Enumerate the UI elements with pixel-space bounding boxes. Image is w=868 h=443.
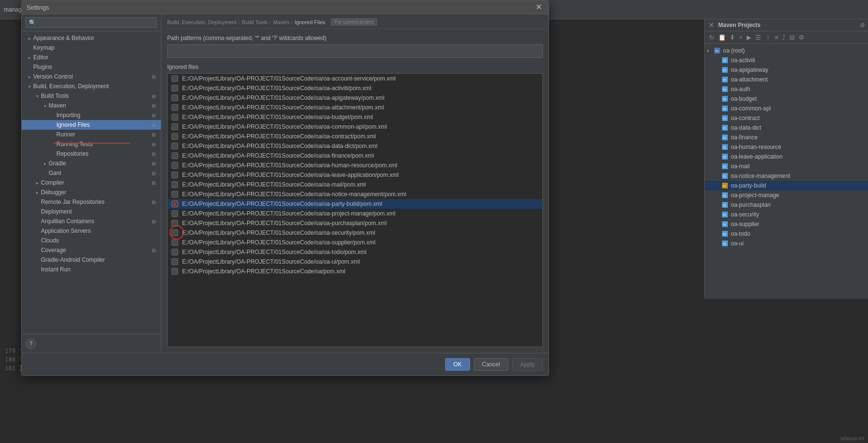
sidebar-item-debugger[interactable]: Debugger (22, 188, 161, 197)
file-checkbox[interactable] (171, 210, 178, 217)
maven-config-btn[interactable]: ⚙ (797, 33, 806, 42)
sidebar-item-gradle-android[interactable]: Gradle-Android Compiler (22, 255, 161, 265)
sidebar-item-gradle[interactable]: Gradle ⊞ (22, 159, 161, 168)
file-item[interactable]: E:/OA/ProjectLibrary/OA-PROJECT/01Source… (168, 122, 542, 132)
maven-tree-item-oa-project-manage[interactable]: moa-project-manage (705, 190, 868, 200)
sidebar-item-importing[interactable]: Importing ⊞ (22, 110, 161, 120)
maven-tree-item-oa-human-resource[interactable]: moa-human-resource (705, 142, 868, 152)
sidebar-item-build-tools[interactable]: Build Tools ⊞ (22, 91, 161, 101)
sidebar-item-coverage[interactable]: Coverage ⊞ (22, 245, 161, 255)
file-item[interactable]: E:/OA/ProjectLibrary/OA-PROJECT/01Source… (168, 189, 542, 199)
maven-tree-item-oa-security[interactable]: moa-security (705, 210, 868, 219)
file-item[interactable]: E:/OA/ProjectLibrary/OA-PROJECT/01Source… (168, 238, 542, 247)
file-checkbox[interactable] (171, 172, 178, 178)
file-checkbox[interactable] (171, 201, 178, 207)
file-item[interactable]: E:/OA/ProjectLibrary/OA-PROJECT/01Source… (168, 257, 542, 267)
maven-show-deps-btn[interactable]: ⤴ (781, 33, 787, 42)
file-checkbox[interactable] (171, 268, 178, 275)
sidebar-item-gant[interactable]: Gant ⊞ (22, 168, 161, 178)
file-checkbox[interactable] (171, 220, 178, 227)
maven-tree-item-oa-common-api[interactable]: moa-common-api (705, 104, 868, 113)
file-item[interactable]: E:/OA/ProjectLibrary/OA-PROJECT/01Source… (168, 141, 542, 151)
file-checkbox[interactable] (171, 191, 178, 198)
maven-tree-item-oa-auth[interactable]: moa-auth (705, 84, 868, 94)
maven-phases-btn[interactable]: ⋮ (763, 33, 773, 42)
dialog-close-button[interactable]: ✕ (534, 3, 544, 11)
maven-tree-item-oa-contract[interactable]: moa-contract (705, 113, 868, 123)
apply-button[interactable]: Apply (512, 358, 543, 371)
maven-tree-item-oa-apigateway[interactable]: moa-apigateway (705, 65, 868, 75)
maven-tree-item-oa-data-dict[interactable]: moa-data-dict (705, 123, 868, 133)
file-checkbox[interactable] (171, 75, 178, 82)
file-item[interactable]: E:/OA/ProjectLibrary/OA-PROJECT/01Source… (168, 132, 542, 141)
maven-tree-item-oa-mail[interactable]: moa-mail (705, 161, 868, 171)
sidebar-item-editor[interactable]: Editor (22, 53, 161, 62)
maven-run-btn[interactable]: ▶ (745, 33, 753, 42)
file-item[interactable]: E:/OA/ProjectLibrary/OA-PROJECT/01Source… (168, 93, 542, 103)
ok-button[interactable]: OK (445, 358, 470, 371)
maven-tree-item-oa-supplier[interactable]: moa-supplier (705, 219, 868, 229)
maven-settings-btn[interactable]: ≡ (774, 33, 780, 42)
sidebar-item-maven[interactable]: Maven ⊞ (22, 101, 161, 110)
path-patterns-input[interactable] (167, 44, 543, 58)
file-item[interactable]: E:/OA/ProjectLibrary/OA-PROJECT/01Source… (168, 161, 542, 170)
file-item[interactable]: E:/OA/ProjectLibrary/OA-PROJECT/01Source… (168, 112, 542, 122)
file-checkbox[interactable] (171, 114, 178, 121)
file-checkbox[interactable] (171, 181, 178, 188)
maven-tree-item-oa-purchasplan[interactable]: moa-purchasplan (705, 200, 868, 210)
cancel-button[interactable]: Cancel (474, 358, 508, 371)
maven-panel-close-button[interactable]: ✕ (708, 21, 715, 29)
maven-add-btn[interactable]: 📋 (717, 33, 727, 42)
sidebar-item-running-tests[interactable]: Running Tests ⊞ (22, 139, 161, 149)
search-input[interactable] (26, 17, 157, 28)
maven-plus-btn[interactable]: + (737, 33, 744, 42)
file-item[interactable]: E:/OA/ProjectLibrary/OA-PROJECT/01Source… (168, 180, 542, 189)
maven-tree-item-oa-activiti[interactable]: moa-activiti (705, 55, 868, 65)
sidebar-item-appearance[interactable]: Appearance & Behavior (22, 33, 161, 43)
file-checkbox[interactable] (171, 104, 178, 111)
maven-tree-item-oa-attachment[interactable]: moa-attachment (705, 75, 868, 84)
file-checkbox[interactable] (171, 123, 178, 130)
sidebar-item-remote-jar[interactable]: Remote Jar Repositories ⊞ (22, 197, 161, 207)
file-checkbox[interactable] (171, 133, 178, 140)
file-checkbox[interactable] (171, 85, 178, 92)
sidebar-item-runner[interactable]: Runner ⊞ (22, 130, 161, 139)
maven-tree-item-oa-leave-application[interactable]: moa-leave-application (705, 152, 868, 161)
maven-tree-item-oa-root[interactable]: moa (root) (705, 46, 868, 55)
sidebar-item-repositories[interactable]: Repositories ⊞ (22, 149, 161, 159)
file-item[interactable]: E:/OA/ProjectLibrary/OA-PROJECT/01Source… (168, 74, 542, 83)
sidebar-item-plugins[interactable]: Plugins (22, 62, 161, 72)
sidebar-item-deployment[interactable]: Deployment (22, 207, 161, 216)
maven-refresh-btn[interactable]: ↻ (708, 33, 716, 42)
maven-tree-item-oa-budget[interactable]: moa-budget (705, 94, 868, 104)
file-item[interactable]: E:/OA/ProjectLibrary/OA-PROJECT/01Source… (168, 170, 542, 180)
maven-tree-item-oa-notice-management[interactable]: moa-notice-management (705, 171, 868, 181)
file-checkbox[interactable] (171, 258, 178, 265)
sidebar-item-keymap[interactable]: Keymap (22, 43, 161, 53)
maven-tree-item-oa-finance[interactable]: moa-finance (705, 133, 868, 142)
maven-download-btn[interactable]: ⬇ (728, 33, 736, 42)
sidebar-item-instant-run[interactable]: Instant Run (22, 265, 161, 274)
file-item[interactable]: E:/OA/ProjectLibrary/OA-PROJECT/01Source… (168, 209, 542, 218)
file-item[interactable]: E:/OA/ProjectLibrary/OA-PROJECT/01Source… (168, 83, 542, 93)
sidebar-item-app-servers[interactable]: Application Servers (22, 226, 161, 236)
maven-tree-item-oa-todo[interactable]: moa-todo (705, 229, 868, 239)
file-item[interactable]: E:/OA/ProjectLibrary/OA-PROJECT/01Source… (168, 218, 542, 228)
file-checkbox[interactable] (171, 239, 178, 246)
maven-collapse-btn[interactable]: ⊟ (788, 33, 796, 42)
maven-tree-item-oa-party-build[interactable]: moa-party-build (705, 181, 868, 190)
sidebar-item-compiler[interactable]: Compiler ⊞ (22, 178, 161, 188)
file-checkbox[interactable] (171, 162, 178, 169)
file-item[interactable]: E:/OA/ProjectLibrary/OA-PROJECT/01Source… (168, 151, 542, 161)
file-item[interactable]: E:/OA/ProjectLibrary/OA-PROJECT/01Source… (168, 103, 542, 112)
sidebar-item-clouds[interactable]: Clouds (22, 236, 161, 245)
maven-tree-item-oa-ui[interactable]: moa-ui (705, 239, 868, 248)
file-checkbox[interactable] (171, 143, 178, 149)
maven-panel-gear-icon[interactable]: ⚙ (860, 22, 865, 28)
file-item[interactable]: E:/OA/ProjectLibrary/OA-PROJECT/01Source… (168, 228, 542, 238)
maven-lifecycles-btn[interactable]: ☰ (754, 33, 763, 42)
file-item[interactable]: E:/OA/ProjectLibrary/OA-PROJECT/01Source… (168, 267, 542, 276)
file-checkbox[interactable] (171, 152, 178, 159)
sidebar-item-build-exec[interactable]: Build, Execution, Deployment (22, 81, 161, 91)
help-button[interactable]: ? (26, 338, 36, 349)
